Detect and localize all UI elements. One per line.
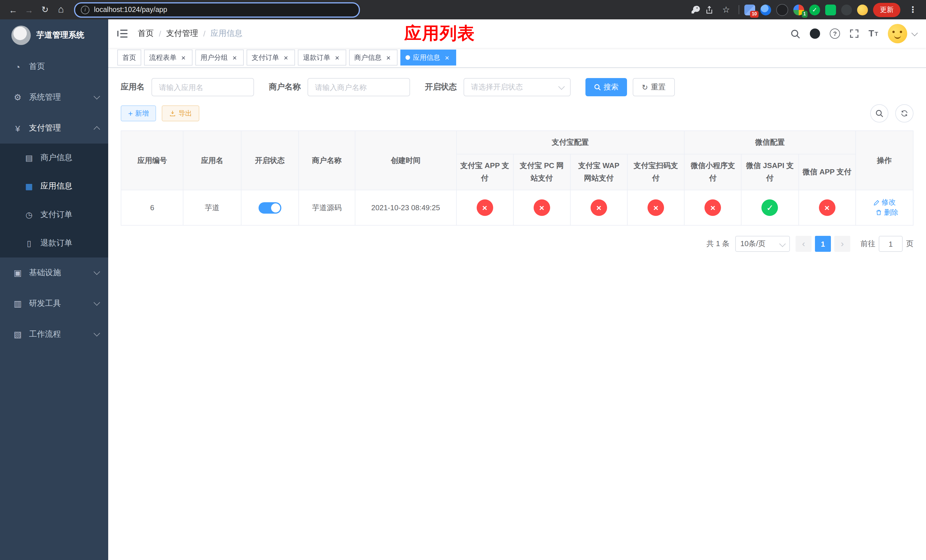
tab-refund-orders[interactable]: 退款订单 [298,50,346,65]
tab-process-form[interactable]: 流程表单 [144,50,192,65]
chevron-up-icon [94,126,100,133]
sidebar-item-payment[interactable]: ¥ 支付管理 [0,113,108,144]
tab-close-icon[interactable] [231,53,239,62]
status-select-placeholder: 请选择开启状态 [471,82,523,92]
chevron-down-icon [94,330,100,337]
status-icon: × [648,200,664,216]
goto-page-input[interactable] [879,236,903,252]
header-actions [790,24,917,43]
breadcrumb-payment[interactable]: 支付管理 [166,29,198,39]
table-group-header-row: 应用编号 应用名 开启状态 商户名称 创建时间 支付宝配置 微信配置 操作 [121,131,913,154]
sidebar-item-dev-tools[interactable]: ▥ 研发工具 [0,288,108,319]
extension-icon-6[interactable] [825,4,836,15]
tab-home[interactable]: 首页 [117,50,141,65]
sidebar-item-workflow[interactable]: ▧ 工作流程 [0,319,108,350]
tab-close-icon[interactable] [282,53,290,62]
browser-reload-icon[interactable] [38,2,52,17]
export-button[interactable]: 导出 [162,105,199,121]
site-info-icon[interactable]: i [81,5,89,14]
sidebar-item-home[interactable]: ◔ 首页 [0,51,108,82]
sidebar-item-system[interactable]: ⚙ 系统管理 [0,82,108,113]
delete-link[interactable]: 删除 [876,208,899,218]
breadcrumb-home[interactable]: 首页 [138,29,154,39]
card-icon: ▤ [24,153,34,162]
app-name-input[interactable] [151,78,254,96]
refresh-table-button[interactable] [895,104,914,123]
breadcrumb-current: 应用信息 [211,29,243,39]
merchant-name-input[interactable] [307,78,410,96]
cell-wechat-lite: × [684,190,741,226]
browser-back-icon[interactable] [6,2,21,17]
chevron-down-icon[interactable] [911,30,918,36]
filter-form: 应用名 商户名称 开启状态 请选择开启状态 [121,78,914,96]
group-header-wechat: 微信配置 [684,131,855,154]
active-dot [406,55,410,60]
tab-close-icon[interactable] [384,53,392,62]
tab-close-icon[interactable] [179,53,188,62]
tab-user-group[interactable]: 用户分组 [195,50,244,65]
trash-icon [876,209,882,216]
search-button[interactable]: 搜索 [586,78,627,96]
sidebar-item-merchant-info[interactable]: ▤ 商户信息 [0,144,108,172]
search-icon [594,84,601,91]
github-icon[interactable] [810,29,820,39]
grid-icon: ▦ [24,182,34,191]
search-icon [875,109,883,117]
next-page-button[interactable] [834,236,850,252]
browser-menu-icon[interactable] [905,2,920,17]
sidebar-item-app-info[interactable]: ▦ 应用信息 [0,172,108,201]
page-size-select[interactable]: 10条/页 [735,236,790,252]
col-header-name: 应用名 [183,131,241,190]
font-size-icon[interactable] [869,29,878,39]
toolbox-icon: ▥ [12,298,23,309]
page-title: 应用列表 [404,22,475,45]
current-page-button[interactable]: 1 [815,236,831,252]
chevron-down-icon [94,269,100,275]
tab-pay-orders[interactable]: 支付订单 [247,50,295,65]
avatar[interactable] [888,24,907,43]
address-bar[interactable]: i localhost:1024/pay/app [74,2,360,17]
breadcrumb: 首页 / 支付管理 / 应用信息 [138,29,243,39]
dashboard-icon: ◔ [12,62,23,71]
status-toggle[interactable] [258,202,281,213]
status-select[interactable]: 请选择开启状态 [464,78,570,96]
page-header: 首页 / 支付管理 / 应用信息 应用列表 [108,20,926,48]
share-icon[interactable] [705,5,714,14]
sidebar-collapse-icon[interactable] [117,30,127,38]
cell-app-id: 6 [121,190,183,226]
toggle-search-button[interactable] [870,104,888,123]
help-icon[interactable] [830,29,840,39]
password-key-icon[interactable] [691,5,700,14]
bookmark-star-icon[interactable] [719,2,734,17]
extension-icon-8[interactable] [857,4,868,15]
fullscreen-icon[interactable] [850,29,859,38]
browser-update-button[interactable]: 更新 [873,3,900,17]
monitor-icon: ▣ [12,268,23,278]
extension-icon-1[interactable]: 10 [744,4,755,15]
tab-close-icon[interactable] [333,53,341,62]
tab-app-info[interactable]: 应用信息 [400,50,456,65]
prev-page-button[interactable] [796,236,811,252]
browser-forward-icon[interactable] [22,2,36,17]
tab-close-icon[interactable] [443,53,451,62]
extension-icon-5[interactable] [809,4,820,15]
add-button[interactable]: 新增 [121,105,156,121]
tab-merchant-info[interactable]: 商户信息 [349,50,398,65]
extension-icon-2[interactable] [760,4,771,15]
status-label: 开启状态 [425,82,457,92]
extension-icon-4[interactable]: 1 [793,4,804,15]
reset-button[interactable]: 重置 [633,78,675,96]
edit-link[interactable]: 修改 [873,198,896,207]
col-header-merchant: 商户名称 [299,131,355,190]
sidebar-logo[interactable]: 芋道管理系统 [0,20,108,51]
col-header-alipay-wap: 支付宝 WAP 网站支付 [570,154,627,190]
search-icon[interactable] [790,29,800,38]
sidebar-item-infrastructure[interactable]: ▣ 基础设施 [0,257,108,288]
extension-icon-7[interactable] [841,4,852,15]
sidebar-item-pay-orders[interactable]: ◷ 支付订单 [0,201,108,229]
sidebar-item-refund-orders[interactable]: ▯ 退款订单 [0,229,108,257]
browser-home-icon[interactable] [53,2,68,17]
col-header-alipay-pc: 支付宝 PC 网站支付 [513,154,570,190]
extension-icon-3[interactable] [776,4,788,16]
cell-alipay-qr: × [627,190,684,226]
